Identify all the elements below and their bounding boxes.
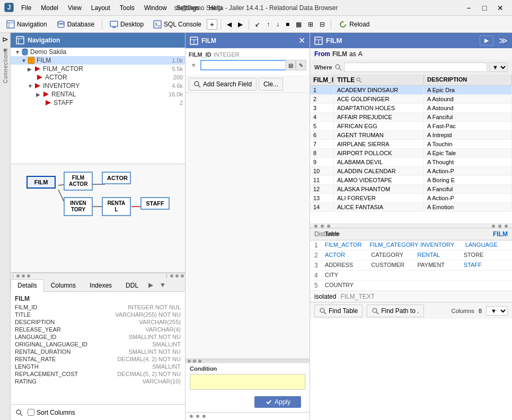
nav-table-staff[interactable]: STAFF xyxy=(464,262,508,269)
nav-table-film-actor[interactable]: FILM_ACTOR xyxy=(325,242,367,249)
menu-tools[interactable]: Tools xyxy=(116,3,139,13)
where-dropdown[interactable]: ▼ xyxy=(489,62,508,72)
down-button[interactable]: ↓ xyxy=(273,20,282,29)
grid-row-9[interactable]: 10 ALADDIN CALENDAR A Action-P xyxy=(310,167,512,176)
right-run-button[interactable]: ▶ xyxy=(480,35,493,46)
tree-db-node[interactable]: ▼ Demo Sakila xyxy=(11,48,185,56)
stop-button[interactable]: ■ xyxy=(283,20,292,29)
grid-body[interactable]: 1 ACADEMY DINOSAUR A Epic Dra 2 ACE GOLD… xyxy=(310,86,512,224)
right-expand-icon[interactable]: ≫ xyxy=(499,35,508,46)
scroll-dot-4[interactable] xyxy=(170,274,173,278)
sidebar-icon-1[interactable]: ⊳ xyxy=(1,35,10,43)
menu-file[interactable]: File xyxy=(17,3,36,13)
tree-rental-arrow[interactable]: ▶ xyxy=(36,92,42,97)
tab-details[interactable]: Details xyxy=(11,279,44,292)
clear-button[interactable]: Cle... xyxy=(259,78,283,91)
col-header-id[interactable]: FILM_ID xyxy=(310,75,334,85)
tree-film-actor[interactable]: ▶ FILM_ACTOR 5.5k xyxy=(11,65,185,73)
tree-film[interactable]: ▼ FILM 1.0k xyxy=(11,56,185,65)
menu-window[interactable]: Window xyxy=(140,3,171,13)
menu-layout[interactable]: Layout xyxy=(87,3,114,13)
grid-dot-5[interactable] xyxy=(498,225,501,228)
grid-row-0[interactable]: 1 ACADEMY DINOSAUR A Epic Dra xyxy=(310,86,512,95)
col-search-icon-2[interactable] xyxy=(356,77,362,83)
tree-staff[interactable]: STAFF 2 xyxy=(11,99,185,107)
add-search-field-button[interactable]: Add Search Field xyxy=(189,78,257,91)
up-button[interactable]: ↑ xyxy=(264,20,272,29)
grid-row-8[interactable]: 9 ALABAMA DEVIL A Thought xyxy=(310,158,512,167)
grid-dot-4[interactable] xyxy=(492,225,495,228)
find-path-button[interactable]: Find Path to . xyxy=(367,305,423,317)
mid-dot-2[interactable] xyxy=(193,360,196,363)
grid-dot-3[interactable] xyxy=(327,225,330,228)
tree-actor[interactable]: ACTOR 200 xyxy=(11,73,185,82)
middle-scroll-area[interactable] xyxy=(186,93,310,359)
filter-button[interactable]: ▦ xyxy=(293,20,304,29)
tree-rental[interactable]: ▶ RENTAL 16.0k xyxy=(11,90,185,99)
grid-scroll[interactable] xyxy=(310,224,512,228)
mid-dot-1[interactable] xyxy=(188,360,191,363)
grid-row-2[interactable]: 3 ADAPTATION HOLES A Astound xyxy=(310,104,512,113)
bot-dot-2[interactable] xyxy=(196,415,199,418)
sort-columns-input[interactable] xyxy=(28,409,34,416)
diagram-rental[interactable]: RENTAL xyxy=(102,197,131,216)
grid-dot-6[interactable] xyxy=(505,225,508,228)
grid-row-5[interactable]: 6 AGENT TRUMAN A Intrepid xyxy=(310,131,512,140)
tab-more[interactable]: ▶ xyxy=(145,279,156,291)
scroll-dot-2[interactable] xyxy=(22,274,25,278)
grid-row-13[interactable]: 14 ALICE FANTASIA A Emotion xyxy=(310,203,512,212)
diagram-film-actor[interactable]: FILMACTOR xyxy=(64,172,93,191)
tree-inventory[interactable]: ▼ INVENTORY 4.6k xyxy=(11,82,185,90)
database-button[interactable]: Database xyxy=(52,19,99,30)
add-tab-button[interactable]: + xyxy=(207,19,217,30)
tree-film-arrow[interactable]: ▼ xyxy=(21,58,28,64)
minimize-button[interactable]: − xyxy=(461,3,476,13)
grid-row-11[interactable]: 12 ALASKA PHANTOM A Fanciful xyxy=(310,185,512,194)
diagram-staff[interactable]: STAFF xyxy=(140,197,170,210)
maximize-button[interactable]: □ xyxy=(477,3,492,13)
nav-table-language[interactable]: LANGUAGE xyxy=(465,242,508,249)
nav-forward-button[interactable]: ▶ xyxy=(235,20,245,29)
sql-console-button[interactable]: SQL Console xyxy=(149,19,206,30)
nav-table-film-category[interactable]: FILM_CATEGORY xyxy=(369,242,418,249)
nav-back-button[interactable]: ◀ xyxy=(224,20,234,29)
diagram-inventory[interactable]: INVENTORY xyxy=(64,197,93,216)
grid-row-10[interactable]: 11 ALAMO VIDEOTAPE A Boring E xyxy=(310,176,512,185)
tab-down[interactable]: ▼ xyxy=(156,279,169,291)
split-button[interactable]: ⊟ xyxy=(317,20,328,29)
apply-button[interactable]: Apply xyxy=(254,396,301,408)
grid-row-3[interactable]: 4 AFFAIR PREJUDICE A Fanciful xyxy=(310,113,512,122)
grid-row-4[interactable]: 5 AFRICAN EGG A Fast-Pac xyxy=(310,122,512,131)
bot-dot-3[interactable] xyxy=(202,415,206,418)
filter-edit-btn[interactable]: ✎ xyxy=(296,60,306,70)
scroll-dot-1[interactable] xyxy=(16,274,20,278)
col-header-title[interactable]: TITLE xyxy=(334,75,424,85)
left-search-icon[interactable] xyxy=(15,408,23,417)
columns-dropdown[interactable]: ▼ xyxy=(486,306,508,316)
navigation-button[interactable]: Navigation xyxy=(2,19,51,30)
mid-dot-3[interactable] xyxy=(198,360,201,363)
tab-indexes[interactable]: Indexes xyxy=(83,279,119,291)
menu-view[interactable]: View xyxy=(64,3,86,13)
nav-table-actor[interactable]: ACTOR xyxy=(325,252,369,259)
reload-button[interactable]: Reload xyxy=(334,19,374,30)
desktop-button[interactable]: Desktop xyxy=(105,19,148,30)
diagram-actor[interactable]: ACTOR xyxy=(102,172,131,184)
tab-columns[interactable]: Columns xyxy=(44,279,83,291)
scroll-dot-5[interactable] xyxy=(175,274,179,278)
middle-scrollbar[interactable] xyxy=(186,359,310,363)
condition-input[interactable] xyxy=(190,374,305,390)
where-input[interactable] xyxy=(344,62,487,72)
diagram-area[interactable]: FILM FILMACTOR ACTOR INVENTORY RENTAL ST… xyxy=(11,164,185,273)
grid-dot-1[interactable] xyxy=(314,225,317,228)
grid-dot-2[interactable] xyxy=(321,225,324,228)
bot-dot-1[interactable] xyxy=(190,415,193,418)
grid-row-12[interactable]: 13 ALI FOREVER A Action-P xyxy=(310,194,512,203)
middle-close-button[interactable]: ✕ xyxy=(298,35,305,46)
scroll-dot-3[interactable] xyxy=(27,274,30,278)
grid-row-6[interactable]: 7 AIRPLANE SIERRA A Touchin xyxy=(310,140,512,149)
sort-columns-checkbox[interactable]: Sort Columns xyxy=(28,409,75,416)
grid-row-7[interactable]: 8 AIRPORT POLLOCK A Epic Tale xyxy=(310,149,512,158)
tree-inventory-arrow[interactable]: ▼ xyxy=(28,83,34,89)
tree-db-arrow[interactable]: ▼ xyxy=(15,49,21,55)
